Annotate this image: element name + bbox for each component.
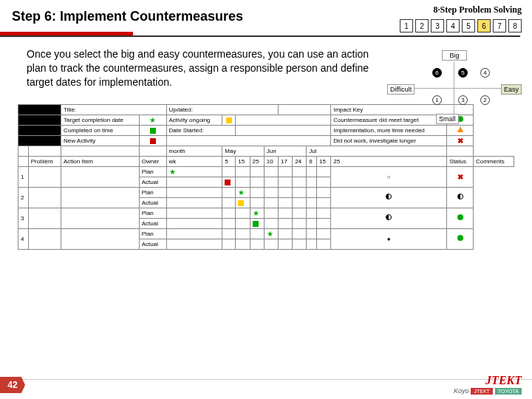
step-8: 8 <box>508 19 522 33</box>
quadrant-chart: Big Difficult Easy 6 5 4 1 3 2 Small <box>392 50 517 114</box>
month-hdr: month <box>166 146 222 156</box>
eight-step-logo: 8·Step Problem Solving <box>434 4 522 16</box>
plan-label: Plan <box>139 166 166 177</box>
red-x-icon: ✖ <box>457 137 463 145</box>
col-owner: Owner <box>139 156 166 166</box>
brand-tag-1: JTEKT <box>471 388 492 395</box>
legend-ds: Date Started: <box>166 125 236 135</box>
row-4: 4 <box>18 228 29 249</box>
impact-3: Did not work, investigate longer <box>331 135 447 146</box>
quad-point-5: 5 <box>458 68 468 78</box>
legend-tcd: Target completion date <box>61 115 140 125</box>
orange-triangle-icon <box>457 126 463 132</box>
star-icon: ★ <box>149 116 156 124</box>
quad-label-left: Difficult <box>387 84 415 95</box>
quad-point-2: 2 <box>480 95 490 105</box>
quad-point-6: 6 <box>432 68 442 78</box>
yellow-square-icon <box>226 117 232 123</box>
quad-point-4: 4 <box>480 68 490 78</box>
step-7: 7 <box>493 19 506 33</box>
row-3: 3 <box>18 208 29 228</box>
row-1: 1 <box>18 166 29 187</box>
quad-label-top: Big <box>442 50 467 61</box>
plan-updated-label: Updated: <box>166 104 279 115</box>
page-number: 42 <box>0 377 25 393</box>
brand-koyo: Koyo <box>454 387 469 395</box>
brand-main: JTEKT <box>454 374 522 387</box>
quad-point-1: 1 <box>432 95 442 105</box>
impact-1: Countermeasure did meet target <box>331 115 447 125</box>
impact-2: Implementation, more time needed <box>331 125 447 135</box>
col-problem: Problem <box>28 156 61 166</box>
green-square-icon <box>150 128 156 134</box>
quad-label-right: Easy <box>501 84 522 95</box>
quad-label-bottom: Small <box>436 114 459 124</box>
brand-block: JTEKT Koyo JTEKT TOYOTA <box>454 374 522 395</box>
month-jun: Jun <box>264 146 306 156</box>
legend-ao: Activity ongoing <box>166 115 222 125</box>
step-5: 5 <box>462 19 475 33</box>
step-6: 6 <box>477 19 491 33</box>
col-comments: Comments <box>473 156 514 166</box>
plan-title-label: Title: <box>61 104 167 115</box>
brand-tag-2: TOYOTA <box>495 388 522 395</box>
month-may: May <box>222 146 265 156</box>
red-square-icon <box>150 138 156 144</box>
legend-nla: New Activity <box>61 135 140 146</box>
step-indicator: 1 2 3 4 5 6 7 8 <box>400 19 522 33</box>
legend-cot: Completed on time <box>61 125 140 135</box>
step-4: 4 <box>446 19 460 33</box>
col-status: Status <box>447 156 474 166</box>
step-2: 2 <box>415 19 429 33</box>
month-jul: Jul <box>307 146 447 156</box>
step-3: 3 <box>431 19 444 33</box>
step-1: 1 <box>400 19 413 33</box>
row-2: 2 <box>18 187 29 208</box>
quad-point-3: 3 <box>458 95 468 105</box>
actual-label: Actual <box>139 177 166 187</box>
col-action: Action Item <box>61 156 140 166</box>
